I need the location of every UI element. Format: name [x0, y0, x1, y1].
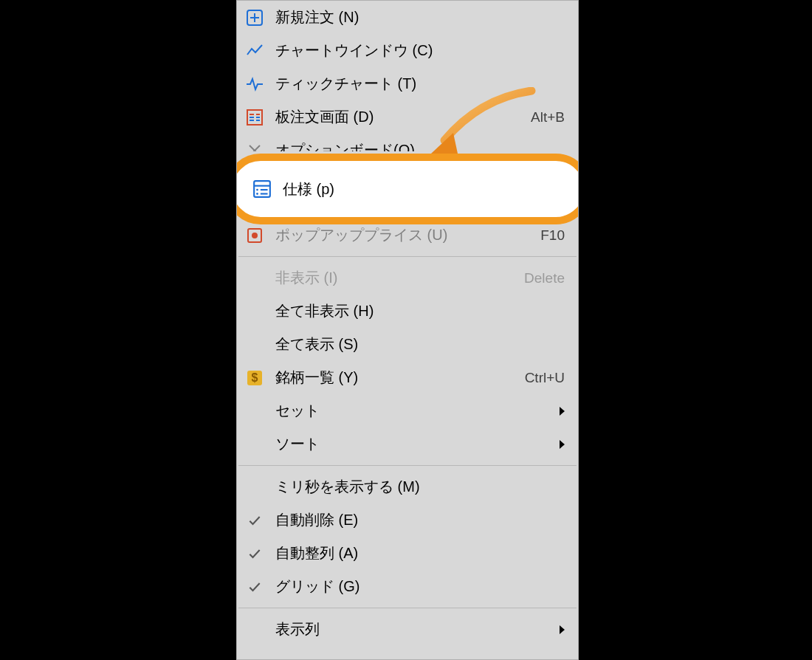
- blank-icon: [244, 334, 265, 355]
- menu-item-label: セット: [275, 401, 554, 421]
- menu-item-show-all[interactable]: 全て表示 (S): [237, 328, 578, 361]
- popup-price-icon: [244, 225, 265, 246]
- menu-item-symbols[interactable]: $ 銘柄一覧 (Y) Ctrl+U: [237, 361, 578, 394]
- blank-icon: [244, 401, 265, 422]
- menu-item-shortcut: F10: [540, 227, 565, 244]
- menu-item-popup-price-partial: ポップアッププライス (U) F10: [237, 224, 578, 252]
- menu-item-shortcut: Ctrl+U: [525, 370, 565, 386]
- menu-item-label: グリッド (G): [275, 577, 565, 597]
- menu-item-option-board-partial: オプションボード(O): [237, 134, 578, 151]
- menu-item-label: 銘柄一覧 (Y): [275, 368, 525, 388]
- menu-item-auto-delete[interactable]: 自動削除 (E): [237, 503, 578, 537]
- spec-list-icon: [252, 179, 272, 199]
- plus-square-icon: [244, 7, 265, 28]
- menu-item-label: 板注文画面 (D): [275, 107, 531, 127]
- menu-item-label: 表示列: [275, 619, 554, 639]
- menu-item-new-order[interactable]: 新規注文 (N): [237, 1, 578, 34]
- context-menu: 新規注文 (N) チャートウインドウ (C) ティックチャート (T) 板注文画…: [236, 0, 579, 660]
- check-icon: [244, 580, 265, 594]
- menu-item-hide: 非表示 (I) Delete: [237, 261, 578, 295]
- cross-icon: [244, 140, 265, 152]
- menu-item-label: 新規注文 (N): [275, 7, 565, 27]
- menu-item-label: 自動整列 (A): [275, 543, 565, 563]
- check-icon: [244, 513, 265, 528]
- depth-list-icon: [244, 107, 265, 128]
- dollar-square-icon: $: [244, 368, 265, 388]
- svg-point-16: [256, 193, 258, 195]
- check-icon: [244, 546, 265, 561]
- menu-item-grid[interactable]: グリッド (G): [237, 570, 578, 603]
- menu-item-specification-highlight[interactable]: 仕様 (p): [236, 154, 579, 224]
- chevron-right-icon: [560, 407, 565, 416]
- menu-item-auto-arrange[interactable]: 自動整列 (A): [237, 537, 578, 570]
- menu-item-shortcut: Alt+B: [531, 109, 565, 126]
- menu-item-depth-market[interactable]: 板注文画面 (D) Alt+B: [237, 100, 578, 134]
- menu-item-label: 非表示 (I): [275, 268, 524, 288]
- menu-item-label: 全て非表示 (H): [275, 301, 565, 321]
- svg-point-19: [252, 233, 258, 238]
- pulse-icon: [244, 74, 265, 94]
- menu-item-label: 全て表示 (S): [275, 334, 565, 354]
- menu-item-label: ティックチャート (T): [275, 74, 565, 94]
- menu-item-label: 仕様 (p): [283, 179, 579, 199]
- menu-item-shortcut: Delete: [524, 270, 565, 286]
- menu-item-columns[interactable]: 表示列: [237, 613, 578, 646]
- menu-separator: [238, 256, 577, 257]
- menu-separator: [238, 608, 577, 608]
- svg-text:$: $: [252, 371, 258, 384]
- menu-item-label: オプションボード(O): [275, 140, 565, 151]
- menu-item-label: ミリ秒を表示する (M): [275, 477, 565, 497]
- svg-point-14: [256, 189, 258, 191]
- menu-item-sort[interactable]: ソート: [237, 427, 578, 461]
- menu-item-label: 自動削除 (E): [275, 510, 565, 530]
- menu-item-option-board[interactable]: オプションボード(O): [237, 134, 578, 151]
- chevron-right-icon: [560, 440, 565, 449]
- chevron-right-icon: [560, 625, 565, 634]
- menu-item-chart-window[interactable]: チャートウインドウ (C): [237, 34, 578, 67]
- menu-item-show-milliseconds[interactable]: ミリ秒を表示する (M): [237, 470, 578, 503]
- menu-item-label: ポップアッププライス (U): [275, 225, 540, 245]
- menu-item-label: ソート: [275, 434, 554, 454]
- line-chart-icon: [244, 41, 265, 61]
- blank-icon: [244, 434, 265, 455]
- blank-icon: [244, 301, 265, 322]
- blank-icon: [244, 619, 265, 640]
- menu-item-popup-price[interactable]: ポップアッププライス (U) F10: [237, 224, 578, 252]
- menu-item-label: チャートウインドウ (C): [275, 41, 565, 61]
- blank-icon: [244, 268, 265, 289]
- menu-item-set[interactable]: セット: [237, 394, 578, 427]
- menu-item-hide-all[interactable]: 全て非表示 (H): [237, 295, 578, 328]
- menu-separator: [238, 465, 577, 466]
- menu-item-tick-chart[interactable]: ティックチャート (T): [237, 67, 578, 100]
